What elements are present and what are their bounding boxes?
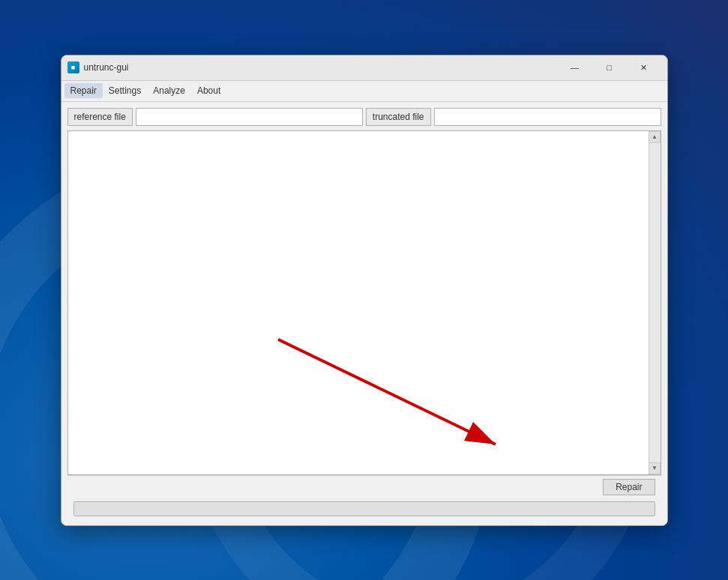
- close-button[interactable]: ✕: [627, 55, 661, 80]
- scroll-up-arrow[interactable]: ▲: [649, 131, 661, 143]
- file-inputs-row: reference file truncated file: [67, 108, 661, 126]
- menu-item-repair[interactable]: Repair: [64, 83, 103, 98]
- output-area: ▲ ▼: [67, 130, 661, 475]
- repair-button[interactable]: Repair: [603, 479, 655, 495]
- main-window: ■ untrunc-gui — □ ✕ Repair Settings Anal…: [61, 55, 668, 526]
- reference-file-label: reference file: [67, 108, 133, 126]
- menu-item-analyze[interactable]: Analyze: [147, 83, 191, 98]
- window-controls: — □ ✕: [558, 55, 661, 80]
- scroll-track: [649, 143, 661, 462]
- content-area: reference file truncated file ▲ ▼: [61, 102, 667, 525]
- bottom-bar: Repair: [67, 475, 661, 498]
- reference-file-input[interactable]: [136, 108, 363, 126]
- red-arrow-annotation: [218, 317, 533, 467]
- window-title: untrunc-gui: [84, 62, 558, 73]
- truncated-file-input[interactable]: [434, 108, 661, 126]
- app-icon: ■: [67, 61, 79, 73]
- scrollbar[interactable]: ▲ ▼: [649, 131, 661, 474]
- scroll-down-arrow[interactable]: ▼: [649, 462, 661, 474]
- maximize-button[interactable]: □: [592, 55, 627, 80]
- svg-line-1: [278, 339, 496, 444]
- title-bar: ■ untrunc-gui — □ ✕: [61, 55, 667, 81]
- progress-bar-container: [73, 501, 655, 516]
- menu-bar: Repair Settings Analyze About: [61, 81, 667, 102]
- truncated-file-label: truncated file: [366, 108, 431, 126]
- menu-item-about[interactable]: About: [191, 83, 226, 98]
- minimize-button[interactable]: —: [558, 55, 592, 80]
- menu-item-settings[interactable]: Settings: [103, 83, 147, 98]
